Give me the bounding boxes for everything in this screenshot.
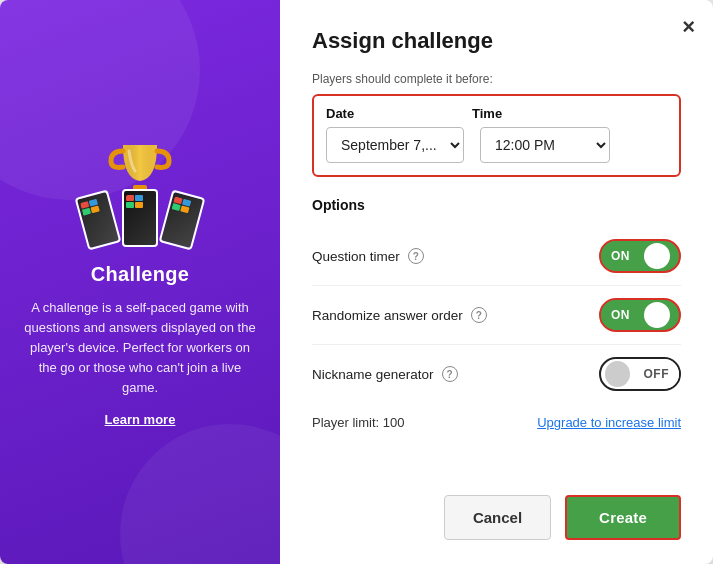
randomize-toggle[interactable]: ON [599, 298, 681, 332]
dialog-title: Assign challenge [312, 28, 681, 54]
toggle-thumb-3 [605, 361, 630, 387]
time-header: Time [472, 106, 602, 121]
upgrade-link-button[interactable]: Upgrade to increase limit [537, 415, 681, 430]
deadline-label: Players should complete it before: [312, 72, 681, 86]
player-limit-row: Player limit: 100 Upgrade to increase li… [312, 405, 681, 430]
randomize-help-icon[interactable]: ? [471, 307, 487, 323]
option-row-nickname: Nickname generator ? OFF [312, 345, 681, 403]
toggle-thumb-2 [644, 302, 670, 328]
player-limit-text: Player limit: 100 [312, 415, 404, 430]
left-panel: Challenge A challenge is a self-paced ga… [0, 0, 280, 564]
options-title: Options [312, 197, 681, 213]
option-label-question-timer: Question timer ? [312, 248, 424, 264]
option-label-randomize: Randomize answer order ? [312, 307, 487, 323]
time-select[interactable]: 12:00 PM 1:00 PM 11:00 AM [480, 127, 610, 163]
date-select[interactable]: September 7,... September 8,... Septembe… [326, 127, 464, 163]
close-button[interactable]: × [682, 16, 695, 38]
question-timer-help-icon[interactable]: ? [408, 248, 424, 264]
options-list: Question timer ? ON Randomize answer ord… [312, 227, 681, 403]
toggle-off-label-3: OFF [634, 359, 680, 389]
create-button[interactable]: Create [565, 495, 681, 540]
trophy-area [75, 137, 205, 247]
panel-description: A challenge is a self-paced game with qu… [24, 298, 256, 399]
dt-headers: Date Time [326, 106, 667, 121]
right-panel: × Assign challenge Players should comple… [280, 0, 713, 564]
dt-selects: September 7,... September 8,... Septembe… [326, 127, 667, 163]
toggle-on-label-2: ON [601, 300, 640, 330]
footer-actions: Cancel Create [312, 479, 681, 540]
learn-more-button[interactable]: Learn more [105, 412, 176, 427]
toggle-on-label-1: ON [601, 241, 640, 271]
nickname-help-icon[interactable]: ? [442, 366, 458, 382]
option-row-randomize: Randomize answer order ? ON [312, 286, 681, 345]
toggle-thumb-1 [644, 243, 670, 269]
assign-challenge-modal: Challenge A challenge is a self-paced ga… [0, 0, 713, 564]
panel-title: Challenge [91, 263, 189, 286]
nickname-toggle[interactable]: OFF [599, 357, 681, 391]
date-header: Date [326, 106, 456, 121]
cancel-button[interactable]: Cancel [444, 495, 551, 540]
phone-center-icon [122, 189, 158, 247]
question-timer-toggle[interactable]: ON [599, 239, 681, 273]
option-row-question-timer: Question timer ? ON [312, 227, 681, 286]
date-time-box: Date Time September 7,... September 8,..… [312, 94, 681, 177]
option-label-nickname: Nickname generator ? [312, 366, 458, 382]
